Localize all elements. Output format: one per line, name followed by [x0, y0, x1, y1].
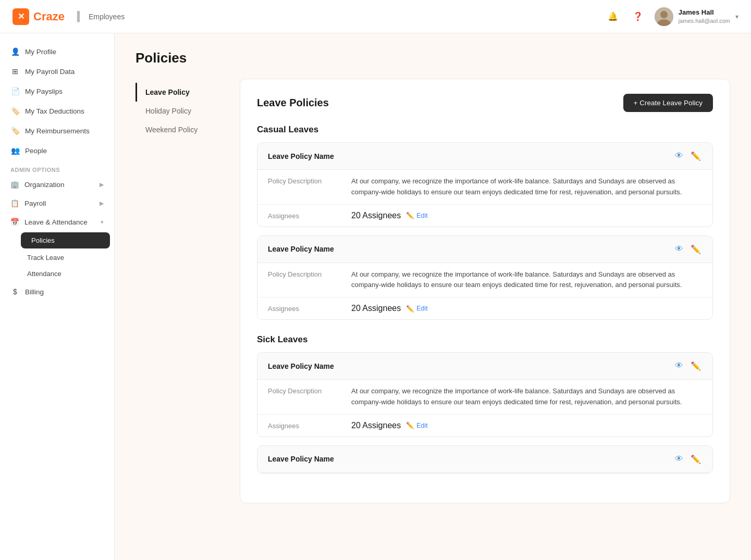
assignees-edit-link-casual-2[interactable]: ✏️ Edit [406, 305, 428, 313]
assignees-label-casual-2: Assignees [268, 304, 351, 313]
assignees-label-casual-1: Assignees [268, 211, 351, 220]
description-value-casual-2: At our company, we recognize the importa… [351, 269, 702, 291]
payroll-data-icon: ⊞ [10, 67, 20, 76]
policy-card-sick-2: Leave Policy Name 👁 ✏️ [257, 445, 713, 474]
subnav-weekend-policy[interactable]: Weekend Policy [136, 120, 240, 139]
sidebar-item-payroll[interactable]: 📋 Payroll ▶ [0, 194, 114, 213]
policy-card-casual-1: Leave Policy Name 👁 ✏️ Policy Descriptio… [257, 142, 713, 227]
edit-icon-casual-1[interactable]: ✏️ [690, 150, 702, 162]
organization-icon: 🏢 [10, 180, 19, 189]
edit-icon-casual-2[interactable]: ✏️ [690, 243, 702, 255]
sidebar-item-my-reimbursements[interactable]: 🏷️ My Reimbursements [0, 121, 114, 141]
policy-assignees-row-sick-1: Assignees 20 Assignees ✏️ Edit [257, 415, 712, 437]
policy-actions-casual-2: 👁 ✏️ [674, 243, 702, 255]
sub-navigation: Leave Policy Holiday Policy Weekend Poli… [136, 79, 240, 503]
top-header: ✕ Craze ▍ Employees 🔔 ❓ James Hall james… [0, 0, 751, 33]
sick-leaves-section: Sick Leaves Leave Policy Name 👁 ✏️ Polic… [257, 334, 713, 474]
description-label-casual-2: Policy Description [268, 269, 351, 291]
description-label-casual-1: Policy Description [268, 176, 351, 198]
leave-sub-nav: Policies Track Leave Attendance [0, 232, 114, 282]
logo-icon: ✕ [13, 8, 29, 25]
page-title: Policies [136, 50, 730, 66]
view-icon-casual-1[interactable]: 👁 [674, 150, 684, 162]
header-section: ▍ Employees [77, 11, 125, 22]
user-name: James Hall [679, 8, 730, 17]
sidebar: 👤 My Profile ⊞ My Payroll Data 📄 My Pays… [0, 33, 115, 560]
view-icon-casual-2[interactable]: 👁 [674, 243, 684, 255]
view-icon-sick-2[interactable]: 👁 [674, 453, 684, 465]
logo[interactable]: ✕ Craze [13, 8, 65, 25]
header-section-label: Employees [89, 13, 125, 21]
sidebar-item-my-tax-deductions[interactable]: 🏷️ My Tax Deductions [0, 101, 114, 121]
notifications-button[interactable]: 🔔 [605, 8, 621, 25]
leave-attendance-icon: 📅 [10, 218, 19, 226]
avatar [655, 7, 673, 26]
policy-description-row-casual-1: Policy Description At our company, we re… [257, 170, 712, 205]
casual-leaves-title: Casual Leaves [257, 125, 713, 135]
assignees-edit-link-sick-1[interactable]: ✏️ Edit [406, 421, 428, 429]
user-menu[interactable]: James Hall james.hall@aol.com ▾ [655, 7, 738, 26]
sidebar-item-people[interactable]: 👥 People [0, 141, 114, 160]
policy-actions-sick-2: 👁 ✏️ [674, 453, 702, 465]
policy-name-casual-1: Leave Policy Name [268, 152, 334, 160]
subnav-leave-policy[interactable]: Leave Policy [136, 83, 240, 102]
description-value-casual-1: At our company, we recognize the importa… [351, 176, 702, 198]
assignees-value-row-casual-1: 20 Assignees ✏️ Edit [351, 211, 428, 220]
policy-assignees-row-casual-2: Assignees 20 Assignees ✏️ Edit [257, 297, 712, 319]
billing-icon: $ [10, 287, 20, 296]
policy-card-header-casual-1: Leave Policy Name 👁 ✏️ [257, 143, 712, 170]
assignees-value-row-sick-1: 20 Assignees ✏️ Edit [351, 421, 428, 430]
assignees-edit-link-casual-1[interactable]: ✏️ Edit [406, 211, 428, 219]
sidebar-item-my-payslips[interactable]: 📄 My Payslips [0, 81, 114, 101]
payroll-icon: 📋 [10, 199, 19, 207]
sidebar-item-billing[interactable]: $ Billing [0, 282, 114, 302]
sick-leaves-title: Sick Leaves [257, 334, 713, 345]
sidebar-item-policies[interactable]: Policies [21, 232, 110, 248]
main-content: Policies Leave Policy Holiday Policy Wee… [115, 33, 751, 560]
policy-name-sick-2: Leave Policy Name [268, 455, 334, 463]
reimbursements-icon: 🏷️ [10, 126, 20, 135]
content-area: Leave Policy Holiday Policy Weekend Poli… [136, 79, 730, 503]
policy-card-header-casual-2: Leave Policy Name 👁 ✏️ [257, 236, 712, 263]
payslips-icon: 📄 [10, 86, 20, 96]
description-label-sick-1: Policy Description [268, 386, 351, 408]
subnav-holiday-policy[interactable]: Holiday Policy [136, 102, 240, 120]
logo-text: Craze [33, 10, 65, 23]
assignees-count-casual-2: 20 Assignees [351, 304, 401, 313]
sidebar-item-attendance[interactable]: Attendance [17, 266, 114, 282]
sidebar-item-my-payroll-data[interactable]: ⊞ My Payroll Data [0, 61, 114, 81]
policies-header: Leave Policies + Create Leave Policy [257, 94, 713, 112]
tax-icon: 🏷️ [10, 106, 20, 116]
assignees-count-sick-1: 20 Assignees [351, 421, 401, 430]
policy-assignees-row-casual-1: Assignees 20 Assignees ✏️ Edit [257, 205, 712, 227]
casual-leaves-section: Casual Leaves Leave Policy Name 👁 ✏️ Pol… [257, 125, 713, 320]
policy-name-casual-2: Leave Policy Name [268, 245, 334, 253]
svg-point-1 [660, 11, 668, 18]
help-button[interactable]: ❓ [630, 8, 646, 25]
assignees-label-sick-1: Assignees [268, 421, 351, 430]
profile-icon: 👤 [10, 47, 20, 56]
edit-icon-sick-1[interactable]: ✏️ [690, 360, 702, 372]
view-icon-sick-1[interactable]: 👁 [674, 360, 684, 372]
sidebar-item-organization[interactable]: 🏢 Organization ▶ [0, 175, 114, 194]
sidebar-item-leave-attendance[interactable]: 📅 Leave & Attendance ▾ [0, 213, 114, 231]
user-info: James Hall james.hall@aol.com [679, 8, 730, 24]
assignees-value-row-casual-2: 20 Assignees ✏️ Edit [351, 304, 428, 313]
payroll-arrow-icon: ▶ [100, 200, 104, 207]
assignees-count-casual-1: 20 Assignees [351, 211, 401, 220]
user-email: james.hall@aol.com [679, 17, 730, 24]
sidebar-item-track-leave[interactable]: Track Leave [17, 250, 114, 266]
policy-name-sick-1: Leave Policy Name [268, 362, 334, 370]
description-value-sick-1: At our company, we recognize the importa… [351, 386, 702, 408]
edit-icon-sick-2[interactable]: ✏️ [690, 453, 702, 465]
create-leave-policy-button[interactable]: + Create Leave Policy [623, 94, 713, 112]
policies-panel: Leave Policies + Create Leave Policy Cas… [240, 79, 730, 503]
policies-panel-title: Leave Policies [257, 97, 329, 109]
user-dropdown-icon: ▾ [735, 13, 738, 20]
sidebar-item-my-profile[interactable]: 👤 My Profile [0, 42, 114, 61]
policy-actions-sick-1: 👁 ✏️ [674, 360, 702, 372]
policy-actions-casual-1: 👁 ✏️ [674, 150, 702, 162]
admin-section-label: ADMIN OPTIONS [0, 160, 114, 175]
leave-attendance-arrow-icon: ▾ [101, 219, 104, 226]
policy-card-casual-2: Leave Policy Name 👁 ✏️ Policy Descriptio… [257, 235, 713, 320]
